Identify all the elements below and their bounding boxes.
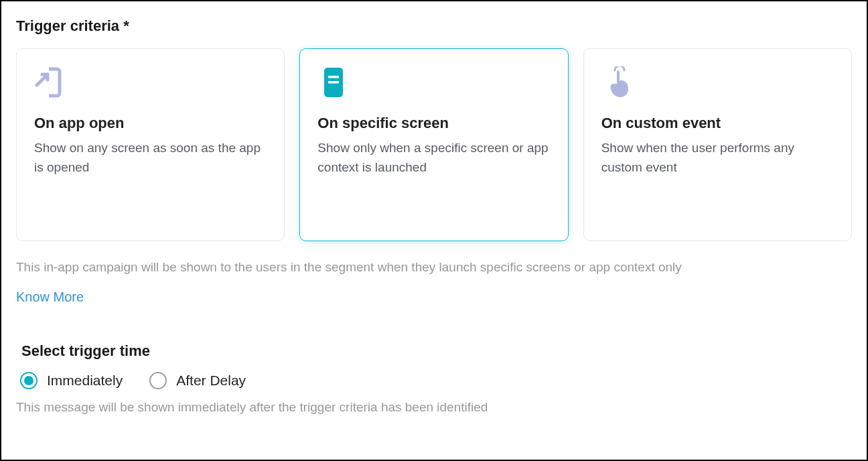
specific-screen-icon [317, 66, 350, 98]
trigger-cards-row: On app open Show on any screen as soon a… [16, 48, 852, 241]
card-desc: Show only when a specific screen or app … [317, 139, 550, 177]
svg-rect-3 [328, 76, 339, 78]
radio-circle-icon [20, 372, 38, 389]
radio-label: After Delay [176, 373, 246, 389]
trigger-time-hint: This message will be shown immediately a… [16, 400, 852, 415]
card-title: On app open [34, 115, 267, 132]
card-on-app-open[interactable]: On app open Show on any screen as soon a… [16, 48, 285, 241]
radio-label: Immediately [47, 373, 123, 389]
card-on-specific-screen[interactable]: On specific screen Show only when a spec… [299, 48, 568, 241]
svg-rect-4 [328, 81, 339, 84]
svg-rect-5 [617, 70, 620, 84]
card-title: On custom event [601, 115, 834, 132]
trigger-time-radio-group: Immediately After Delay [20, 372, 852, 389]
trigger-criteria-title: Trigger criteria * [16, 17, 852, 35]
know-more-link[interactable]: Know More [16, 289, 84, 305]
trigger-hint-text: This in-app campaign will be shown to th… [16, 260, 852, 275]
radio-immediately[interactable]: Immediately [20, 372, 123, 389]
radio-after-delay[interactable]: After Delay [149, 372, 246, 389]
card-desc: Show on any screen as soon as the app is… [34, 139, 267, 177]
radio-circle-icon [149, 372, 167, 389]
custom-event-icon [601, 66, 634, 98]
card-title: On specific screen [317, 115, 550, 132]
card-desc: Show when the user performs any custom e… [601, 139, 834, 177]
card-on-custom-event[interactable]: On custom event Show when the user perfo… [583, 48, 852, 241]
select-trigger-time-title: Select trigger time [21, 342, 852, 360]
app-open-icon [34, 66, 66, 98]
